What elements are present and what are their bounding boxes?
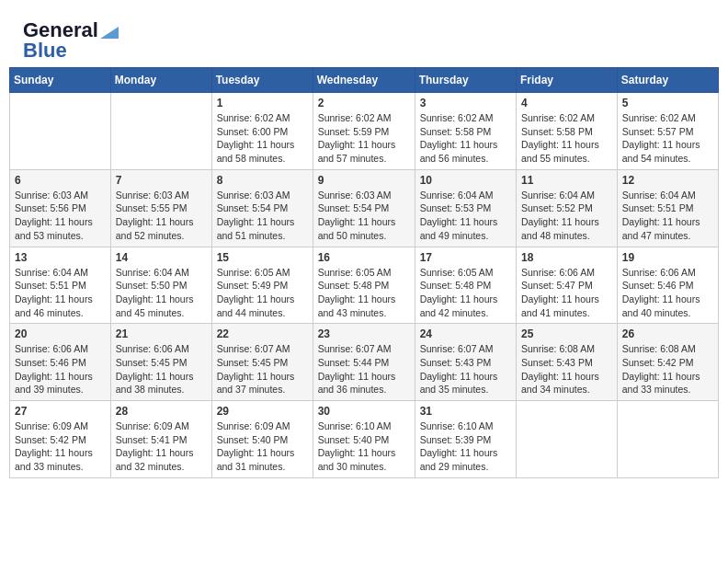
calendar-cell: 29Sunrise: 6:09 AMSunset: 5:40 PMDayligh… <box>211 401 313 478</box>
logo-icon <box>100 22 119 39</box>
day-info: Sunrise: 6:07 AMSunset: 5:45 PMDaylight:… <box>217 342 308 396</box>
day-number: 31 <box>420 405 511 418</box>
weekday-header: Saturday <box>617 68 718 93</box>
calendar-cell: 25Sunrise: 6:08 AMSunset: 5:43 PMDayligh… <box>517 324 618 401</box>
day-number: 18 <box>521 251 612 264</box>
day-number: 19 <box>622 251 713 264</box>
calendar-cell: 22Sunrise: 6:07 AMSunset: 5:45 PMDayligh… <box>211 324 313 401</box>
logo: General Blue <box>23 18 119 63</box>
day-number: 24 <box>420 327 511 340</box>
day-info: Sunrise: 6:02 AMSunset: 5:58 PMDaylight:… <box>521 111 612 166</box>
calendar-cell: 28Sunrise: 6:09 AMSunset: 5:41 PMDayligh… <box>110 401 211 478</box>
calendar-week-row: 6Sunrise: 6:03 AMSunset: 5:56 PMDaylight… <box>10 169 719 247</box>
day-number: 26 <box>622 327 713 340</box>
day-info: Sunrise: 6:04 AMSunset: 5:50 PMDaylight:… <box>116 266 207 320</box>
weekday-header: Sunday <box>10 68 111 93</box>
day-number: 16 <box>318 251 410 264</box>
calendar-header-row: SundayMondayTuesdayWednesdayThursdayFrid… <box>10 68 719 93</box>
calendar-cell: 27Sunrise: 6:09 AMSunset: 5:42 PMDayligh… <box>10 401 111 478</box>
calendar-cell: 20Sunrise: 6:06 AMSunset: 5:46 PMDayligh… <box>10 324 111 401</box>
day-number: 29 <box>217 405 308 418</box>
day-number: 27 <box>15 405 106 418</box>
day-number: 5 <box>622 97 713 109</box>
day-info: Sunrise: 6:10 AMSunset: 5:39 PMDaylight:… <box>420 419 511 474</box>
page-header: General Blue <box>9 9 719 67</box>
day-number: 30 <box>318 405 410 418</box>
day-number: 2 <box>318 97 410 109</box>
day-number: 14 <box>116 251 207 264</box>
calendar-cell: 10Sunrise: 6:04 AMSunset: 5:53 PMDayligh… <box>415 169 516 247</box>
calendar-week-row: 1Sunrise: 6:02 AMSunset: 6:00 PMDaylight… <box>10 93 719 170</box>
calendar-cell: 21Sunrise: 6:06 AMSunset: 5:45 PMDayligh… <box>110 324 211 401</box>
calendar-cell <box>10 93 111 170</box>
day-info: Sunrise: 6:03 AMSunset: 5:55 PMDaylight:… <box>116 189 207 243</box>
day-info: Sunrise: 6:03 AMSunset: 5:54 PMDaylight:… <box>217 189 308 243</box>
day-info: Sunrise: 6:06 AMSunset: 5:47 PMDaylight:… <box>521 266 612 320</box>
weekday-header: Friday <box>517 68 618 93</box>
day-number: 11 <box>521 174 612 187</box>
day-info: Sunrise: 6:09 AMSunset: 5:42 PMDaylight:… <box>15 419 106 474</box>
calendar-cell: 23Sunrise: 6:07 AMSunset: 5:44 PMDayligh… <box>313 324 415 401</box>
day-number: 4 <box>521 97 612 109</box>
calendar-cell: 8Sunrise: 6:03 AMSunset: 5:54 PMDaylight… <box>211 169 313 247</box>
calendar-cell: 24Sunrise: 6:07 AMSunset: 5:43 PMDayligh… <box>415 324 516 401</box>
day-number: 12 <box>622 174 713 187</box>
calendar-cell: 15Sunrise: 6:05 AMSunset: 5:49 PMDayligh… <box>211 247 313 324</box>
weekday-header: Thursday <box>415 68 516 93</box>
calendar-cell: 19Sunrise: 6:06 AMSunset: 5:46 PMDayligh… <box>617 247 718 324</box>
day-number: 28 <box>116 405 207 418</box>
day-info: Sunrise: 6:04 AMSunset: 5:51 PMDaylight:… <box>15 266 106 320</box>
calendar-cell <box>517 401 618 478</box>
calendar-cell: 2Sunrise: 6:02 AMSunset: 5:59 PMDaylight… <box>313 93 415 170</box>
weekday-header: Wednesday <box>313 68 415 93</box>
calendar-cell: 17Sunrise: 6:05 AMSunset: 5:48 PMDayligh… <box>415 247 516 324</box>
day-number: 9 <box>318 174 410 187</box>
day-info: Sunrise: 6:06 AMSunset: 5:46 PMDaylight:… <box>15 342 106 396</box>
day-info: Sunrise: 6:05 AMSunset: 5:48 PMDaylight:… <box>318 266 410 320</box>
calendar-week-row: 27Sunrise: 6:09 AMSunset: 5:42 PMDayligh… <box>10 401 719 478</box>
day-info: Sunrise: 6:02 AMSunset: 5:57 PMDaylight:… <box>622 111 713 166</box>
calendar-cell: 9Sunrise: 6:03 AMSunset: 5:54 PMDaylight… <box>313 169 415 247</box>
day-info: Sunrise: 6:03 AMSunset: 5:54 PMDaylight:… <box>318 189 410 243</box>
logo-text-blue: Blue <box>23 39 67 63</box>
calendar-cell: 13Sunrise: 6:04 AMSunset: 5:51 PMDayligh… <box>10 247 111 324</box>
calendar-week-row: 20Sunrise: 6:06 AMSunset: 5:46 PMDayligh… <box>10 324 719 401</box>
calendar-cell: 4Sunrise: 6:02 AMSunset: 5:58 PMDaylight… <box>517 93 618 170</box>
day-number: 17 <box>420 251 511 264</box>
calendar-week-row: 13Sunrise: 6:04 AMSunset: 5:51 PMDayligh… <box>10 247 719 324</box>
day-number: 10 <box>420 174 511 187</box>
weekday-header: Monday <box>110 68 211 93</box>
day-number: 1 <box>217 97 308 109</box>
calendar-cell: 7Sunrise: 6:03 AMSunset: 5:55 PMDaylight… <box>110 169 211 247</box>
day-info: Sunrise: 6:09 AMSunset: 5:40 PMDaylight:… <box>217 419 308 474</box>
day-number: 21 <box>116 327 207 340</box>
calendar-cell <box>110 93 211 170</box>
day-info: Sunrise: 6:09 AMSunset: 5:41 PMDaylight:… <box>116 419 207 474</box>
day-number: 8 <box>217 174 308 187</box>
day-number: 3 <box>420 97 511 109</box>
day-number: 13 <box>15 251 106 264</box>
calendar-cell: 14Sunrise: 6:04 AMSunset: 5:50 PMDayligh… <box>110 247 211 324</box>
day-info: Sunrise: 6:05 AMSunset: 5:48 PMDaylight:… <box>420 266 511 320</box>
calendar-cell <box>617 401 718 478</box>
calendar-cell: 1Sunrise: 6:02 AMSunset: 6:00 PMDaylight… <box>211 93 313 170</box>
calendar-cell: 6Sunrise: 6:03 AMSunset: 5:56 PMDaylight… <box>10 169 111 247</box>
calendar-cell: 5Sunrise: 6:02 AMSunset: 5:57 PMDaylight… <box>617 93 718 170</box>
day-info: Sunrise: 6:04 AMSunset: 5:52 PMDaylight:… <box>521 189 612 243</box>
day-number: 6 <box>15 174 106 187</box>
calendar-cell: 31Sunrise: 6:10 AMSunset: 5:39 PMDayligh… <box>415 401 516 478</box>
calendar-cell: 12Sunrise: 6:04 AMSunset: 5:51 PMDayligh… <box>617 169 718 247</box>
day-info: Sunrise: 6:04 AMSunset: 5:51 PMDaylight:… <box>622 189 713 243</box>
day-info: Sunrise: 6:06 AMSunset: 5:45 PMDaylight:… <box>116 342 207 396</box>
day-info: Sunrise: 6:07 AMSunset: 5:44 PMDaylight:… <box>318 342 410 396</box>
day-number: 15 <box>217 251 308 264</box>
day-info: Sunrise: 6:08 AMSunset: 5:43 PMDaylight:… <box>521 342 612 396</box>
day-number: 20 <box>15 327 106 340</box>
day-info: Sunrise: 6:07 AMSunset: 5:43 PMDaylight:… <box>420 342 511 396</box>
day-number: 23 <box>318 327 410 340</box>
day-info: Sunrise: 6:04 AMSunset: 5:53 PMDaylight:… <box>420 189 511 243</box>
calendar-cell: 16Sunrise: 6:05 AMSunset: 5:48 PMDayligh… <box>313 247 415 324</box>
day-info: Sunrise: 6:02 AMSunset: 5:59 PMDaylight:… <box>318 111 410 166</box>
calendar-cell: 18Sunrise: 6:06 AMSunset: 5:47 PMDayligh… <box>517 247 618 324</box>
calendar-table: SundayMondayTuesdayWednesdayThursdayFrid… <box>9 67 719 478</box>
